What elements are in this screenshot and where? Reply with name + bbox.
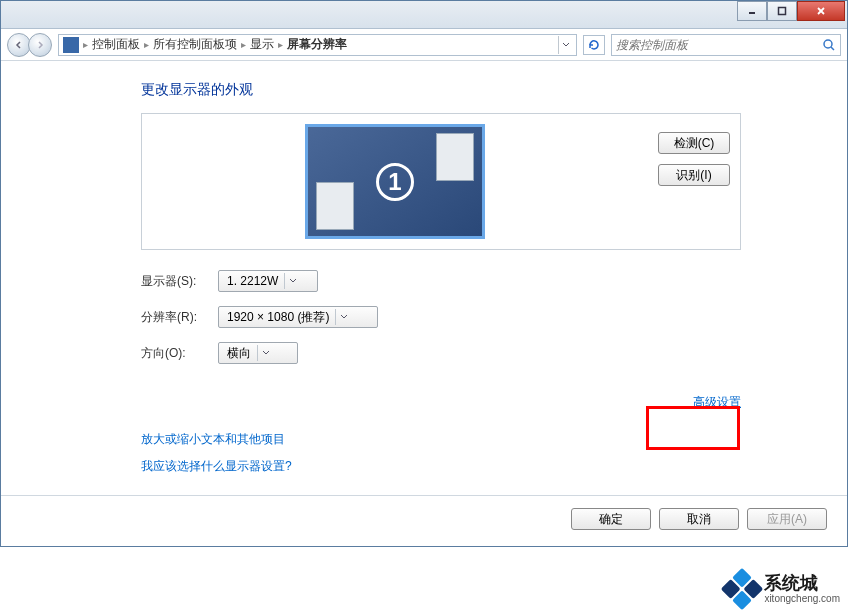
orientation-value: 横向: [227, 345, 251, 362]
chevron-down-icon: [257, 345, 273, 361]
breadcrumb[interactable]: ▸ 控制面板 ▸ 所有控制面板项 ▸ 显示 ▸ 屏幕分辨率: [58, 34, 577, 56]
monitor-display[interactable]: 1: [305, 124, 485, 239]
breadcrumb-item[interactable]: 所有控制面板项: [153, 36, 237, 53]
page-title: 更改显示器的外观: [141, 81, 741, 99]
maximize-button[interactable]: [767, 1, 797, 21]
svg-point-4: [824, 40, 832, 48]
content-area: 更改显示器的外观 1 检测(C) 识别(I) 显示器(S): 1.: [1, 61, 847, 546]
breadcrumb-item[interactable]: 控制面板: [92, 36, 140, 53]
nav-back-forward: [7, 33, 52, 57]
monitor-thumbnail: [436, 133, 474, 181]
resolution-label: 分辨率(R):: [141, 309, 206, 326]
resolution-select[interactable]: 1920 × 1080 (推荐): [218, 306, 378, 328]
chevron-right-icon: ▸: [83, 39, 88, 50]
chevron-down-icon: [284, 273, 300, 289]
monitor-number: 1: [376, 163, 414, 201]
footer-buttons: 确定 取消 应用(A): [1, 495, 847, 542]
advanced-settings-link[interactable]: 高级设置: [693, 395, 741, 409]
ok-button[interactable]: 确定: [571, 508, 651, 530]
text-size-link[interactable]: 放大或缩小文本和其他项目: [141, 432, 285, 446]
display-value: 1. 2212W: [227, 274, 278, 288]
titlebar: [1, 1, 847, 29]
navbar: ▸ 控制面板 ▸ 所有控制面板项 ▸ 显示 ▸ 屏幕分辨率: [1, 29, 847, 61]
search-icon[interactable]: [822, 38, 836, 52]
breadcrumb-current: 屏幕分辨率: [287, 36, 347, 53]
monitor-thumbnail: [316, 182, 354, 230]
watermark: 系统城 xitongcheng.com: [726, 573, 840, 605]
svg-rect-1: [779, 8, 786, 15]
chevron-right-icon: ▸: [144, 39, 149, 50]
display-label: 显示器(S):: [141, 273, 206, 290]
watermark-title: 系统城: [764, 574, 840, 594]
close-button[interactable]: [797, 1, 845, 21]
chevron-right-icon: ▸: [241, 39, 246, 50]
which-settings-link[interactable]: 我应该选择什么显示器设置?: [141, 459, 292, 473]
minimize-button[interactable]: [737, 1, 767, 21]
display-select[interactable]: 1. 2212W: [218, 270, 318, 292]
monitor-preview-box: 1 检测(C) 识别(I): [141, 113, 741, 250]
cancel-button[interactable]: 取消: [659, 508, 739, 530]
chevron-right-icon: ▸: [278, 39, 283, 50]
svg-line-5: [831, 47, 834, 50]
search-input[interactable]: [616, 38, 822, 52]
apply-button[interactable]: 应用(A): [747, 508, 827, 530]
detect-button[interactable]: 检测(C): [658, 132, 730, 154]
resolution-value: 1920 × 1080 (推荐): [227, 309, 329, 326]
refresh-button[interactable]: [583, 35, 605, 55]
identify-button[interactable]: 识别(I): [658, 164, 730, 186]
chevron-down-icon: [335, 309, 351, 325]
orientation-label: 方向(O):: [141, 345, 206, 362]
breadcrumb-dropdown[interactable]: [558, 36, 572, 54]
window: ▸ 控制面板 ▸ 所有控制面板项 ▸ 显示 ▸ 屏幕分辨率 更改显示器的外观: [0, 0, 848, 547]
forward-button[interactable]: [28, 33, 52, 57]
breadcrumb-item[interactable]: 显示: [250, 36, 274, 53]
search-box[interactable]: [611, 34, 841, 56]
watermark-url: xitongcheng.com: [764, 593, 840, 604]
control-panel-icon: [63, 37, 79, 53]
watermark-logo: [720, 566, 765, 611]
orientation-select[interactable]: 横向: [218, 342, 298, 364]
